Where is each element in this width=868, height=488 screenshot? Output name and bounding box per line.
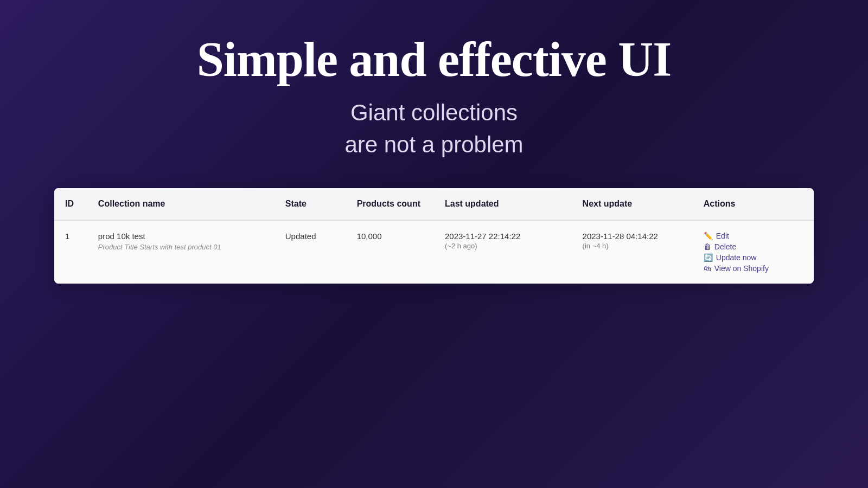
- row-last-updated: 2023-11-27 22:14:22 (~2 h ago): [434, 220, 572, 284]
- refresh-icon: 🔄: [704, 253, 713, 262]
- edit-icon: ✏️: [704, 232, 713, 240]
- col-header-collection-name: Collection name: [87, 188, 275, 220]
- row-actions: ✏️ Edit 🗑 Delete 🔄 Update now 🛍: [693, 220, 814, 284]
- table-row: 1 prod 10k test Product Title Starts wit…: [54, 220, 814, 284]
- hero-title: Simple and effective UI: [197, 33, 671, 86]
- next-update-relative: (in ~4 h): [583, 242, 682, 250]
- row-next-update: 2023-11-28 04:14:22 (in ~4 h): [572, 220, 693, 284]
- edit-button[interactable]: ✏️ Edit: [704, 232, 803, 240]
- hero-section: Simple and effective UI Giant collection…: [197, 0, 671, 183]
- col-header-products-count: Products count: [346, 188, 434, 220]
- hero-subtitle-line2: are not a problem: [197, 129, 671, 161]
- update-now-label: Update now: [716, 253, 757, 262]
- row-products-count: 10,000: [346, 220, 434, 284]
- col-header-last-updated: Last updated: [434, 188, 572, 220]
- view-on-shopify-label: View on Shopify: [714, 264, 769, 273]
- last-updated-datetime: 2023-11-27 22:14:22: [445, 232, 520, 241]
- col-header-next-update: Next update: [572, 188, 693, 220]
- hero-subtitle-line1: Giant collections: [350, 100, 518, 125]
- actions-cell: ✏️ Edit 🗑 Delete 🔄 Update now 🛍: [704, 232, 803, 273]
- shopify-icon: 🛍: [704, 264, 711, 273]
- row-id: 1: [54, 220, 87, 284]
- hero-subtitle: Giant collections are not a problem: [197, 97, 671, 161]
- col-header-state: State: [275, 188, 346, 220]
- collection-name-text: prod 10k test: [98, 232, 145, 241]
- collections-table: ID Collection name State Products count …: [54, 188, 814, 284]
- edit-label: Edit: [716, 232, 729, 240]
- row-state: Updated: [275, 220, 346, 284]
- collection-subtitle: Product Title Starts with test product 0…: [98, 243, 264, 251]
- table-header-row: ID Collection name State Products count …: [54, 188, 814, 220]
- update-now-button[interactable]: 🔄 Update now: [704, 253, 803, 262]
- last-updated-relative: (~2 h ago): [445, 242, 561, 250]
- collections-table-container: ID Collection name State Products count …: [54, 188, 814, 284]
- col-header-id: ID: [54, 188, 87, 220]
- delete-icon: 🗑: [704, 242, 711, 251]
- col-header-actions: Actions: [693, 188, 814, 220]
- delete-button[interactable]: 🗑 Delete: [704, 242, 803, 251]
- view-on-shopify-button[interactable]: 🛍 View on Shopify: [704, 264, 803, 273]
- next-update-datetime: 2023-11-28 04:14:22: [583, 232, 658, 241]
- delete-label: Delete: [714, 242, 736, 251]
- row-collection-name: prod 10k test Product Title Starts with …: [87, 220, 275, 284]
